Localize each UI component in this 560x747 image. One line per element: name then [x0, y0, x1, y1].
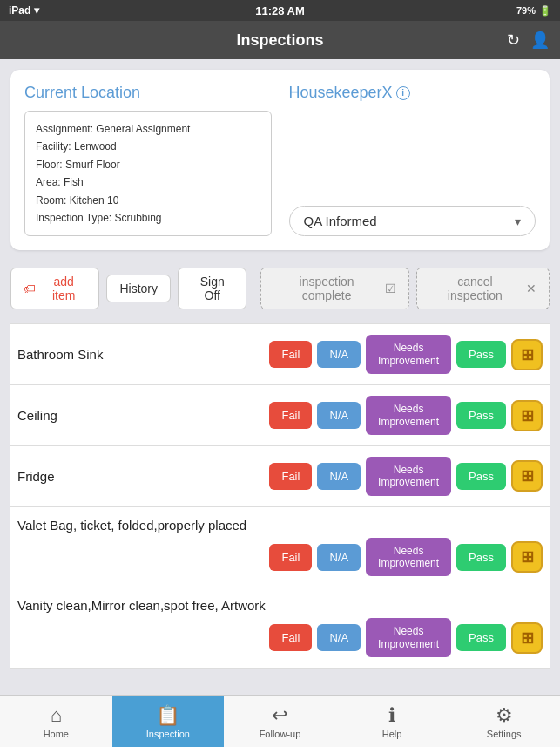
toolbar: 🏷 add item History Sign Off inspection c… — [10, 261, 550, 316]
needs-improvement-button[interactable]: NeedsImprovement — [366, 538, 451, 577]
expand-button[interactable]: ⊞ — [511, 339, 543, 370]
inspection-item: Valet Bag, ticket, folded,properly place… — [10, 507, 550, 588]
item-buttons: Fail N/A NeedsImprovement Pass ⊞ — [17, 538, 543, 577]
item-buttons: Fail N/A NeedsImprovement Pass ⊞ — [269, 396, 543, 435]
home-icon: ⌂ — [51, 704, 62, 727]
inspection-icon: 📋 — [156, 704, 179, 727]
inspection-item: Ceiling Fail N/A NeedsImprovement Pass ⊞ — [10, 385, 550, 446]
cancel-icon: ✕ — [526, 282, 536, 295]
tab-inspection[interactable]: 📋 Inspection — [112, 696, 225, 747]
help-icon: ℹ — [388, 704, 395, 727]
inspection-complete-button[interactable]: inspection complete ☑ — [260, 268, 408, 309]
add-item-button[interactable]: 🏷 add item — [10, 268, 99, 309]
housekeeper-title: HousekeeperX i — [289, 84, 536, 102]
carrier-name: iPad — [9, 4, 30, 17]
status-bar: iPad ▾ 11:28 AM 79% 🔋 — [0, 0, 560, 21]
time-display: 11:28 AM — [255, 4, 305, 17]
item-name: Vanity clean,Mirror clean,spot free, Art… — [17, 598, 543, 613]
na-button[interactable]: N/A — [317, 544, 361, 571]
qa-dropdown-arrow: ▾ — [515, 214, 521, 228]
item-buttons: Fail N/A NeedsImprovement Pass ⊞ — [269, 457, 543, 496]
fail-button[interactable]: Fail — [269, 402, 312, 429]
item-name: Fridge — [17, 469, 269, 484]
inspection-item: Bathroom Sink Fail N/A NeedsImprovement … — [10, 323, 550, 385]
fail-button[interactable]: Fail — [269, 341, 312, 368]
carrier-info: iPad ▾ — [9, 4, 39, 17]
pass-button[interactable]: Pass — [456, 341, 506, 368]
na-button[interactable]: N/A — [317, 341, 361, 368]
fail-button[interactable]: Fail — [269, 544, 312, 571]
expand-button[interactable]: ⊞ — [511, 400, 543, 431]
na-button[interactable]: N/A — [317, 463, 361, 490]
item-name: Ceiling — [17, 408, 269, 423]
nav-title: Inspections — [236, 31, 323, 50]
followup-icon: ↩ — [272, 704, 287, 727]
refresh-icon[interactable]: ↻ — [507, 31, 520, 50]
inspection-label: Inspection — [146, 729, 190, 739]
sign-off-label: Sign Off — [191, 275, 233, 302]
room-info: Room: Kitchen 10 — [36, 192, 260, 209]
item-row: Fridge Fail N/A NeedsImprovement Pass ⊞ — [17, 457, 543, 496]
battery-icon: 🔋 — [539, 5, 551, 17]
battery-info: 79% 🔋 — [516, 5, 551, 17]
needs-improvement-button[interactable]: NeedsImprovement — [366, 335, 451, 374]
home-label: Home — [44, 729, 69, 739]
expand-button[interactable]: ⊞ — [511, 460, 543, 492]
item-row: Bathroom Sink Fail N/A NeedsImprovement … — [17, 335, 543, 374]
settings-label: Settings — [487, 729, 522, 739]
na-button[interactable]: N/A — [317, 624, 361, 651]
wifi-icon: ▾ — [34, 4, 39, 17]
location-section: Current Location Assignment: General Ass… — [24, 84, 272, 236]
area-info: Area: Fish — [36, 173, 260, 191]
needs-improvement-button[interactable]: NeedsImprovement — [366, 618, 451, 657]
cancel-inspection-button[interactable]: cancel inspection ✕ — [416, 268, 550, 309]
tag-icon: 🏷 — [24, 282, 36, 295]
na-button[interactable]: N/A — [317, 402, 361, 429]
help-label: Help — [382, 729, 402, 739]
item-name: Bathroom Sink — [17, 347, 269, 362]
history-button[interactable]: History — [106, 275, 171, 302]
inspection-item: Fridge Fail N/A NeedsImprovement Pass ⊞ — [10, 446, 550, 507]
pass-button[interactable]: Pass — [456, 544, 506, 571]
needs-improvement-button[interactable]: NeedsImprovement — [366, 396, 451, 435]
tab-bar: ⌂ Home 📋 Inspection ↩ Follow-up ℹ Help ⚙… — [0, 695, 560, 747]
item-name: Valet Bag, ticket, folded,properly place… — [17, 518, 543, 533]
nav-bar: Inspections ↻ 👤 — [0, 21, 560, 59]
tab-home[interactable]: ⌂ Home — [0, 696, 112, 747]
qa-dropdown[interactable]: QA Informed ▾ — [289, 206, 536, 236]
pass-button[interactable]: Pass — [456, 402, 506, 429]
tab-help[interactable]: ℹ Help — [336, 696, 449, 747]
main-content: Current Location Assignment: General Ass… — [0, 59, 560, 695]
facility-info: Facility: Lenwood — [36, 138, 260, 155]
inspection-type-info: Inspection Type: Scrubbing — [36, 209, 260, 227]
needs-improvement-button[interactable]: NeedsImprovement — [366, 457, 451, 496]
cancel-inspection-label: cancel inspection — [429, 275, 521, 302]
user-icon[interactable]: 👤 — [530, 31, 550, 50]
tab-settings[interactable]: ⚙ Settings — [448, 696, 560, 747]
inspection-list: Bathroom Sink Fail N/A NeedsImprovement … — [10, 323, 550, 669]
info-card: Current Location Assignment: General Ass… — [10, 70, 550, 250]
housekeeper-name: HousekeeperX — [289, 84, 393, 102]
housekeeper-info-icon[interactable]: i — [396, 86, 410, 100]
assignment-info: Assignment: General Assignment — [36, 120, 260, 138]
item-buttons: Fail N/A NeedsImprovement Pass ⊞ — [17, 618, 543, 657]
expand-button[interactable]: ⊞ — [511, 541, 543, 573]
tab-followup[interactable]: ↩ Follow-up — [224, 696, 336, 747]
fail-button[interactable]: Fail — [269, 624, 312, 651]
pass-button[interactable]: Pass — [456, 463, 506, 490]
floor-info: Floor: Smurf Floor — [36, 156, 260, 173]
card-header: Current Location Assignment: General Ass… — [24, 84, 536, 236]
item-row: Ceiling Fail N/A NeedsImprovement Pass ⊞ — [17, 396, 543, 435]
checkmark-icon: ☑ — [385, 282, 396, 295]
expand-button[interactable]: ⊞ — [511, 622, 543, 654]
history-label: History — [119, 282, 158, 295]
item-buttons: Fail N/A NeedsImprovement Pass ⊞ — [269, 335, 543, 374]
sign-off-button[interactable]: Sign Off — [178, 268, 246, 309]
battery-percentage: 79% — [516, 5, 536, 16]
followup-label: Follow-up — [260, 729, 301, 739]
add-item-label: add item — [41, 275, 86, 302]
pass-button[interactable]: Pass — [456, 624, 506, 651]
location-details: Assignment: General Assignment Facility:… — [24, 111, 272, 236]
nav-icons: ↻ 👤 — [507, 31, 550, 50]
fail-button[interactable]: Fail — [269, 463, 312, 490]
